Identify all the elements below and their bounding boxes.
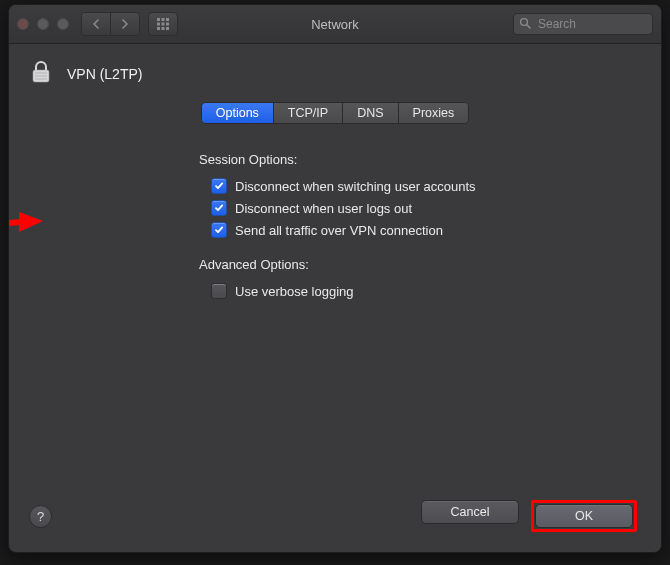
tab-options[interactable]: Options — [202, 103, 273, 123]
nav-back-forward — [81, 12, 140, 36]
advanced-options-heading: Advanced Options: — [199, 257, 603, 272]
search-wrap — [513, 13, 653, 35]
lock-icon — [27, 58, 55, 90]
checkbox-disconnect-switch-user[interactable]: Disconnect when switching user accounts — [199, 175, 603, 197]
chevron-left-icon — [92, 19, 100, 29]
svg-rect-5 — [166, 23, 169, 26]
tab-tcpip[interactable]: TCP/IP — [273, 103, 342, 123]
svg-rect-1 — [162, 18, 165, 21]
apps-grid-icon — [157, 18, 169, 30]
ok-button[interactable]: OK — [535, 504, 633, 528]
forward-button[interactable] — [110, 13, 139, 35]
pane-title: VPN (L2TP) — [67, 66, 142, 82]
search-input[interactable] — [513, 13, 653, 35]
session-options-heading: Session Options: — [199, 152, 603, 167]
tab-bar: Options TCP/IP DNS Proxies — [201, 102, 469, 124]
pane-header: VPN (L2TP) — [27, 58, 643, 90]
svg-rect-4 — [162, 23, 165, 26]
checkbox-send-all-traffic[interactable]: Send all traffic over VPN connection — [199, 219, 603, 241]
checkbox-icon — [211, 200, 227, 216]
tab-proxies[interactable]: Proxies — [398, 103, 469, 123]
sheet-body: VPN (L2TP) Options TCP/IP DNS Proxies Se… — [9, 44, 661, 552]
checkbox-label: Use verbose logging — [235, 284, 354, 299]
svg-rect-7 — [162, 27, 165, 30]
svg-line-16 — [8, 222, 21, 227]
annotation-arrow — [8, 208, 44, 240]
footer-actions: Cancel OK — [421, 500, 637, 532]
zoom-window-button[interactable] — [57, 18, 69, 30]
checkbox-disconnect-logout[interactable]: Disconnect when user logs out — [199, 197, 603, 219]
form-area: Session Options: Disconnect when switchi… — [27, 146, 643, 302]
tab-dns[interactable]: DNS — [342, 103, 397, 123]
checkbox-icon — [211, 178, 227, 194]
svg-rect-8 — [166, 27, 169, 30]
help-button[interactable]: ? — [29, 505, 52, 528]
window-controls — [17, 18, 69, 30]
svg-rect-2 — [166, 18, 169, 21]
checkbox-icon — [211, 283, 227, 299]
chevron-right-icon — [121, 19, 129, 29]
checkbox-icon — [211, 222, 227, 238]
svg-marker-17 — [19, 212, 43, 232]
close-window-button[interactable] — [17, 18, 29, 30]
footer: ? Cancel OK — [27, 494, 643, 538]
show-all-prefs-button[interactable] — [148, 12, 178, 36]
network-window: Network — [8, 4, 662, 553]
ok-button-highlight: OK — [531, 500, 637, 532]
checkbox-label: Disconnect when switching user accounts — [235, 179, 476, 194]
titlebar: Network — [9, 5, 661, 44]
checkbox-verbose-logging[interactable]: Use verbose logging — [199, 280, 603, 302]
checkbox-label: Send all traffic over VPN connection — [235, 223, 443, 238]
svg-rect-6 — [157, 27, 160, 30]
svg-rect-3 — [157, 23, 160, 26]
minimize-window-button[interactable] — [37, 18, 49, 30]
back-button[interactable] — [82, 13, 110, 35]
checkbox-label: Disconnect when user logs out — [235, 201, 412, 216]
svg-rect-0 — [157, 18, 160, 21]
cancel-button[interactable]: Cancel — [421, 500, 519, 524]
